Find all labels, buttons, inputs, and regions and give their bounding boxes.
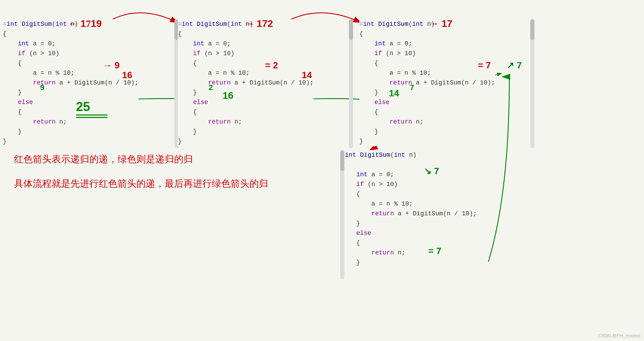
annotation-b1-9green: 9 <box>40 83 44 92</box>
annotation-b2-16green: 16 <box>223 90 233 101</box>
code-line: int a = 0; <box>3 39 138 49</box>
code-line: return n; <box>359 117 495 127</box>
code-line: else <box>341 228 477 238</box>
code-line: return n; <box>178 117 314 127</box>
annotation-b3-14green: 14 <box>389 88 399 99</box>
code-line: return a + DigitSum(n / 10); <box>359 78 495 88</box>
code-line: a = n % 10; <box>178 68 314 78</box>
code-line: else <box>178 97 314 107</box>
code-line: } <box>341 267 477 277</box>
code-line: int a = 0; <box>178 39 314 49</box>
scrollthumb-4 <box>340 150 344 171</box>
code-line: if (n > 10) <box>359 49 495 58</box>
code-line: } <box>3 88 138 97</box>
code-line: } <box>3 127 138 136</box>
code-line: a = n % 10; <box>359 68 495 78</box>
scrollbar-3[interactable] <box>530 19 534 148</box>
annotation-b2-2: = 2 <box>265 60 278 71</box>
code-line: if (n > 10) <box>341 179 477 189</box>
code-line: } <box>359 127 495 136</box>
description-label-2: 具体流程就是先进行红色箭头的递，最后再进行绿色箭头的归 <box>14 177 268 190</box>
code-line: return a + DigitSum(n / 10); <box>341 209 477 218</box>
code-line: return a + DigitSum(n / 10); <box>178 78 314 88</box>
annotation-b2-14: 14 <box>302 70 312 81</box>
code-line: { <box>341 189 477 199</box>
code-line: { <box>178 107 314 117</box>
description-label-1: 红色箭头表示递归的递，绿色则是递归的归 <box>14 153 193 165</box>
scrollthumb-3 <box>530 19 534 40</box>
code-line: =int DigitSum(int n) <box>359 19 495 29</box>
code-line: } <box>341 218 477 228</box>
scrollbar-2[interactable] <box>349 19 353 148</box>
code-line: if (n > 10) <box>178 49 314 58</box>
code-line: } <box>359 88 495 97</box>
code-line: int a = 0; <box>341 170 477 179</box>
watermark: CSDN @PH_modest <box>598 333 641 338</box>
annotation-b4-7ret: = 7 <box>428 246 441 257</box>
code-line: { <box>178 58 314 68</box>
code-block-3: =int DigitSum(int n) { int a = 0; if (n … <box>359 19 495 146</box>
code-line: int a = 0; <box>359 39 495 49</box>
annotation-17: → 17 <box>429 18 452 29</box>
annotation-b1-25: 25 <box>76 99 90 114</box>
annotation-172: → 172 <box>244 18 273 29</box>
underline-25-1 <box>76 114 107 116</box>
annotation-b2-2green: 2 <box>209 83 213 92</box>
code-line: { <box>3 29 138 39</box>
code-line: { <box>359 107 495 117</box>
code-line: } <box>178 88 314 97</box>
annotation-b3-7red: = 7 <box>478 60 491 71</box>
code-line: return a + DigitSum(n / 10); <box>3 78 138 88</box>
code-line: return n; <box>341 248 477 258</box>
code-line: else <box>359 97 495 107</box>
code-line: { <box>341 238 477 248</box>
code-line: a = n % 10; <box>341 199 477 209</box>
code-line: { <box>359 29 495 39</box>
code-line: } <box>178 127 314 136</box>
code-block-4: =int DigitSum(int n) { int a = 0; if (n … <box>341 150 477 277</box>
code-line: { <box>3 107 138 117</box>
code-line: { <box>359 58 495 68</box>
code-block-2: =int DigitSum(int n) { int a = 0; if (n … <box>178 19 314 146</box>
code-line: { <box>341 160 477 170</box>
code-line: } <box>3 136 138 146</box>
annotation-b1-9: → 9 <box>103 60 120 71</box>
annotation-b4-7: ↘ 7 <box>424 166 439 177</box>
annotation-b3-7green: ↗ 7 <box>507 60 522 71</box>
code-line: if (n > 10) <box>3 49 138 58</box>
annotation-1719: ← 1719 <box>68 18 102 29</box>
code-line: { <box>178 29 314 39</box>
code-line: } <box>178 136 314 146</box>
code-block-1: =int DigitSum(int n) { int a = 0; if (n … <box>3 19 138 146</box>
underline-25-2 <box>76 117 107 118</box>
annotation-b1-16: 16 <box>122 70 132 81</box>
code-line: } <box>341 258 477 267</box>
code-line: =int DigitSum(int n) <box>341 150 477 160</box>
code-line: return n; <box>3 117 138 127</box>
code-line: } <box>359 136 495 146</box>
annotation-b3-7ret: 7 <box>410 83 414 92</box>
scrollbar-4[interactable] <box>340 150 344 279</box>
code-line: else <box>3 97 138 107</box>
scrollthumb-2 <box>349 19 353 40</box>
